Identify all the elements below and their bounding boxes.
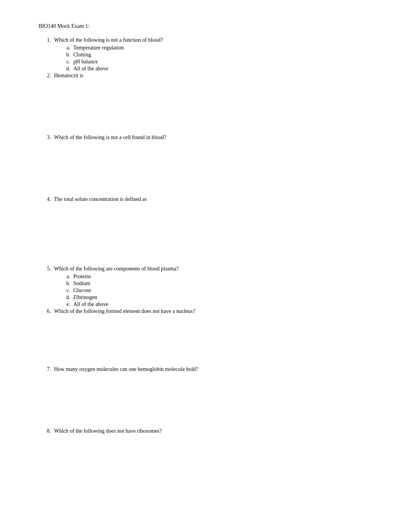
question-8-text: Which of the following does not have rib…	[54, 428, 379, 434]
question-3: 3. Which of the following is not a cell …	[39, 134, 379, 189]
question-6-number: 6.	[39, 308, 54, 359]
answer-1c-letter: c.	[54, 59, 73, 65]
question-2: 2. Hematocrit is	[39, 73, 379, 127]
answer-1d-letter: d.	[54, 66, 73, 72]
answer-1b: b. Clotting	[54, 52, 379, 58]
question-6-text: Which of the following formed element do…	[54, 308, 379, 314]
question-2-number: 2.	[39, 73, 54, 127]
question-1-number: 1.	[39, 37, 54, 73]
question-1-text: Which of the following is not a function…	[54, 37, 379, 43]
answer-1b-letter: b.	[54, 52, 73, 58]
answer-5a-letter: a.	[54, 274, 73, 280]
question-7-number: 7.	[39, 366, 54, 420]
question-5-number: 5.	[39, 266, 54, 308]
answer-5d-letter: d.	[54, 294, 73, 301]
answer-5b: b. Sodium	[54, 280, 379, 287]
answer-5c-text: Glucose	[73, 287, 379, 294]
question-4: 4. The total solute concentration is def…	[39, 196, 379, 258]
answer-5d-text: Fibrinogen	[73, 294, 379, 301]
question-2-text: Hematocrit is	[54, 73, 379, 79]
question-4-number: 4.	[39, 196, 54, 258]
answer-1a-letter: a.	[54, 45, 73, 51]
answer-1c-text: pH balance	[73, 59, 379, 65]
question-5-text: Which of the following are components of…	[54, 266, 379, 272]
question-3-number: 3.	[39, 134, 54, 189]
answer-1d: d. All of the above	[54, 66, 379, 72]
question-3-text: Which of the following is not a cell fou…	[54, 134, 379, 141]
answer-5e-text: All of the above	[73, 301, 379, 308]
answer-5e-letter: e.	[54, 301, 73, 308]
answer-5b-text: Sodium	[73, 280, 379, 287]
question-4-text: The total solute concentration is define…	[54, 196, 379, 202]
answer-5e: e. All of the above	[54, 301, 379, 308]
answer-1c: c. pH balance	[54, 59, 379, 65]
question-8: 8. Which of the following does not have …	[39, 428, 379, 436]
question-7-text: How many oxygen molecules can one hemogl…	[54, 366, 379, 372]
question-1-answers: a. Temperature regulation b. Clotting c.…	[54, 45, 379, 72]
answer-1b-text: Clotting	[73, 52, 379, 58]
answer-5a-text: Proteins	[73, 274, 379, 280]
answer-5b-letter: b.	[54, 280, 73, 287]
answer-5c-letter: c.	[54, 287, 73, 294]
question-5: 5. Which of the following are components…	[39, 266, 379, 308]
question-5-answers: a. Proteins b. Sodium c. Glucose d. Fibr…	[54, 274, 379, 308]
answer-5c: c. Glucose	[54, 287, 379, 294]
answer-5a: a. Proteins	[54, 274, 379, 280]
answer-1a: a. Temperature regulation	[54, 45, 379, 51]
answer-5d: d. Fibrinogen	[54, 294, 379, 301]
answer-1d-text: All of the above	[73, 66, 379, 72]
question-8-number: 8.	[39, 428, 54, 436]
question-7: 7. How many oxygen molecules can one hem…	[39, 366, 379, 420]
question-6: 6. Which of the following formed element…	[39, 308, 379, 359]
question-1: 1. Which of the following is not a funct…	[39, 37, 379, 73]
page-title: BIO140 Mock Exam 1:	[39, 23, 379, 29]
answer-1a-text: Temperature regulation	[73, 45, 379, 51]
